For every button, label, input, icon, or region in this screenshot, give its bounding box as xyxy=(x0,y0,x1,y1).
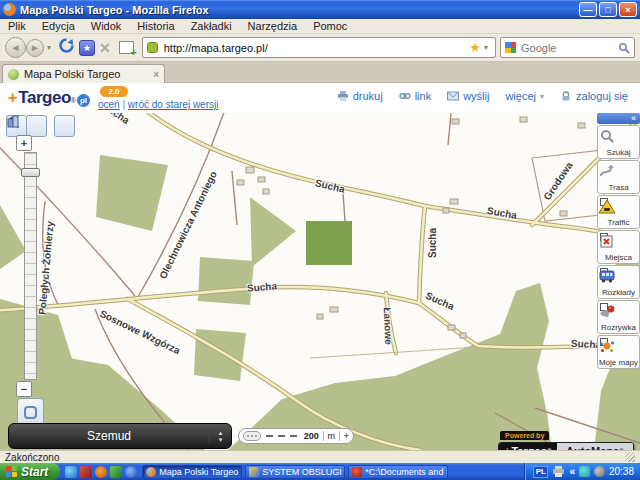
panel-button-rozklady[interactable]: Rozkłady xyxy=(597,265,640,299)
window-titlebar: Mapa Polski Targeo - Mozilla Firefox — □… xyxy=(0,0,640,19)
send-link[interactable]: wyślij xyxy=(447,90,489,102)
spinner-down-icon: ▾ xyxy=(219,436,223,443)
task-button-system[interactable]: SYSTEM OBSLUGI BIURA... xyxy=(245,465,345,479)
menu-pomoc[interactable]: Pomoc xyxy=(305,20,355,32)
zoom-slider-handle[interactable] xyxy=(21,168,40,177)
clock[interactable]: 20:38 xyxy=(609,466,634,477)
tray-icon[interactable] xyxy=(579,466,590,477)
language-indicator[interactable]: PL xyxy=(533,466,548,478)
printer-tray-icon[interactable] xyxy=(552,466,565,477)
url-input[interactable] xyxy=(162,41,470,55)
3d-view-tool[interactable] xyxy=(54,115,75,137)
menu-edycja[interactable]: Edycja xyxy=(34,20,83,32)
tray-icon[interactable] xyxy=(594,466,605,477)
tab-mapa-polski-targeo[interactable]: Mapa Polski Targeo × xyxy=(2,64,165,83)
scale-mini-button[interactable] xyxy=(243,431,261,441)
quick-launch-icon[interactable] xyxy=(95,466,107,478)
task-buttons: Mapa Polski Targeo - ... SYSTEM OBSLUGI … xyxy=(142,465,448,479)
zoom-in-button[interactable]: + xyxy=(16,135,32,151)
back-button[interactable]: ◄ xyxy=(5,37,26,58)
map-toolbar xyxy=(6,115,75,137)
reload-icon[interactable] xyxy=(58,37,75,58)
scale-control[interactable]: 200 m + xyxy=(238,428,354,444)
search-input[interactable] xyxy=(519,41,618,55)
tab-close-icon[interactable]: × xyxy=(153,69,159,80)
status-bar: Zakończono xyxy=(0,450,640,463)
menu-widok[interactable]: Widok xyxy=(83,20,130,32)
panel-button-traffic[interactable]: Traffic xyxy=(597,195,640,229)
map-graphics xyxy=(0,113,640,450)
bookmark-star-icon[interactable]: ★ xyxy=(469,41,481,54)
chain-icon xyxy=(399,91,411,101)
logo-reg: ® xyxy=(71,97,76,104)
panel-collapse-button[interactable]: « xyxy=(597,113,640,124)
stop-icon[interactable]: ✕ xyxy=(99,40,111,56)
tray-chevron-icon[interactable]: « xyxy=(569,466,575,477)
logo-text: Targeo xyxy=(18,88,70,108)
tab-title: Mapa Polski Targeo xyxy=(24,68,120,80)
place-spinner[interactable]: ▴ ▾ xyxy=(209,429,231,443)
powered-caption: Powered by xyxy=(500,431,549,440)
map-side-panel: « Szukaj Trasa Traffic xyxy=(597,113,640,369)
panel-button-trasa[interactable]: Trasa xyxy=(597,160,640,194)
bookmark-caret-icon[interactable]: ▾ xyxy=(484,43,488,52)
quick-launch-icon[interactable] xyxy=(80,466,92,478)
menu-zakladki[interactable]: Zakładki xyxy=(183,20,240,32)
status-text: Zakończono xyxy=(5,452,59,463)
overview-map-button[interactable] xyxy=(17,398,44,426)
link-link[interactable]: link xyxy=(399,90,432,102)
overview-icon xyxy=(24,406,37,419)
scale-unit: m xyxy=(327,431,335,441)
targeo-logo[interactable]: + Targeo ® pl xyxy=(8,88,90,108)
address-bar[interactable]: ★ ▾ xyxy=(142,37,496,58)
bookmark-app-icon[interactable]: ★ xyxy=(79,40,95,56)
minimize-button[interactable]: — xyxy=(579,2,597,17)
lock-icon xyxy=(560,91,572,101)
forward-button[interactable]: ► xyxy=(26,39,44,57)
task-button-firefox[interactable]: Mapa Polski Targeo - ... xyxy=(142,465,242,479)
menu-historia[interactable]: Historia xyxy=(129,20,182,32)
print-link[interactable]: drukuj xyxy=(337,90,383,102)
old-version-link[interactable]: wróć do starej wersji xyxy=(128,99,219,110)
start-button[interactable]: Start xyxy=(0,463,60,480)
resize-grip[interactable] xyxy=(625,452,635,462)
app-icon xyxy=(352,467,362,477)
windows-flag-icon xyxy=(6,466,17,477)
powered-by-badge[interactable]: Powered by + Targeo ® AutoMapa ® xyxy=(498,424,634,450)
ocen-link[interactable]: oceń xyxy=(98,99,120,110)
search-icon[interactable] xyxy=(618,42,630,54)
zoom-out-button[interactable]: − xyxy=(16,381,32,397)
map-canvas[interactable]: Sucha Sucha Sucha Sucha Sucha Sucha Such… xyxy=(0,113,640,450)
scale-plus-button[interactable]: + xyxy=(344,431,349,441)
firefox-icon xyxy=(3,3,16,16)
scale-tick xyxy=(278,435,285,437)
new-window-icon[interactable] xyxy=(119,41,134,54)
scale-divider xyxy=(323,431,324,441)
history-dropdown-icon[interactable]: ▾ xyxy=(47,43,51,52)
quick-launch-icon[interactable] xyxy=(65,466,77,478)
scale-divider xyxy=(339,431,340,441)
firefox-icon xyxy=(146,467,156,477)
panel-button-moje-mapy[interactable]: Moje mapy xyxy=(597,335,640,369)
zoom-select-tool[interactable] xyxy=(26,115,47,137)
menu-plik[interactable]: Plik xyxy=(0,20,34,32)
targeo-favicon xyxy=(8,69,19,80)
logo-tld-badge: pl xyxy=(77,94,90,107)
task-button-documents[interactable]: *C:\Documents and Setti... xyxy=(348,465,448,479)
panel-button-miejsca[interactable]: ✓ Miejsca xyxy=(597,230,640,264)
scale-value: 200 xyxy=(304,431,319,441)
panel-button-szukaj[interactable]: Szukaj xyxy=(597,125,640,159)
close-button[interactable]: × xyxy=(619,2,637,17)
maximize-button[interactable]: □ xyxy=(599,2,617,17)
login-link[interactable]: zaloguj się xyxy=(560,90,628,102)
more-link[interactable]: więcej ▾ xyxy=(505,90,544,102)
taskbar: Start Mapa Polski Targeo - ... SYSTEM OB… xyxy=(0,463,640,480)
zoom-slider-track[interactable] xyxy=(24,152,37,380)
menu-narzedzia[interactable]: Narzędzia xyxy=(240,20,306,32)
spinner-up-icon: ▴ xyxy=(219,429,223,436)
place-selector[interactable]: Szemud ▴ ▾ xyxy=(8,423,232,449)
quick-launch-icon[interactable] xyxy=(125,466,137,478)
panel-button-rozrywka[interactable]: Rozrywka xyxy=(597,300,640,334)
search-box[interactable] xyxy=(500,37,635,58)
quick-launch-icon[interactable] xyxy=(110,466,122,478)
